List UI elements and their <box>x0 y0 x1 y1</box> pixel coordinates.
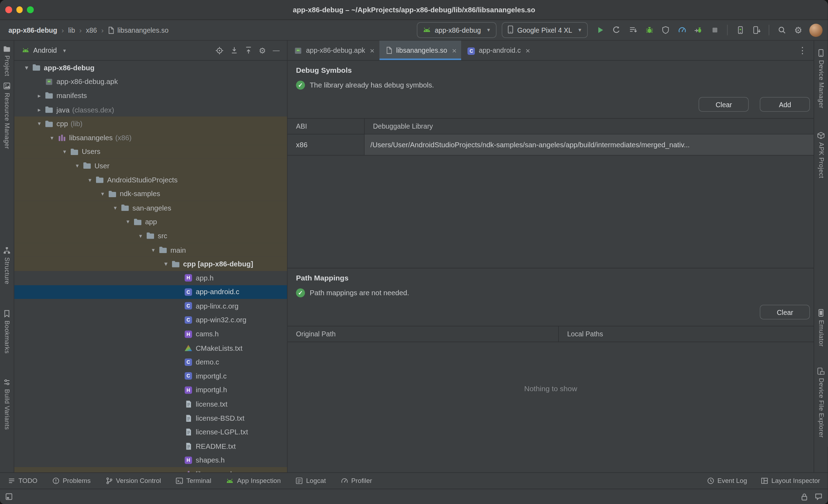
tool-window-button-emulator[interactable]: Emulator <box>817 309 825 346</box>
chevron-down-icon[interactable]: ▾ <box>124 218 132 225</box>
tree-item[interactable]: license-BSD.txt <box>14 411 287 425</box>
clear-button[interactable]: Clear <box>760 305 810 319</box>
status-item-event-log[interactable]: Event Log <box>707 477 747 485</box>
tool-window-button-apk-project[interactable]: APK Project <box>817 131 825 178</box>
zoom-button[interactable] <box>27 6 34 13</box>
status-item-version-control[interactable]: Version Control <box>106 477 161 485</box>
attach-debugger-icon[interactable] <box>692 23 706 37</box>
tool-window-button-device-manager[interactable]: Device Manager <box>817 49 825 109</box>
stop-icon[interactable] <box>708 23 722 37</box>
options-gear-icon[interactable]: ⚙ <box>259 46 266 54</box>
chevron-down-icon[interactable]: ▾ <box>99 190 107 198</box>
tree-item[interactable]: Cimportgl.c <box>14 369 287 383</box>
tree-item[interactable]: ▾Users <box>14 145 287 159</box>
tree-item[interactable]: Happ.h <box>14 271 287 285</box>
editor-tab-app-android-c[interactable]: Capp-android.c× <box>461 41 535 60</box>
tree-item[interactable]: Capp-linx.c.org <box>14 299 287 313</box>
chevron-down-icon[interactable]: ▾ <box>48 134 56 141</box>
add-button[interactable]: Add <box>760 97 810 112</box>
tree-item[interactable]: ▾san-angeles <box>14 201 287 215</box>
chevron-down-icon[interactable]: ▾ <box>23 64 31 71</box>
tree-item[interactable]: app-x86-debug.apk <box>14 75 287 89</box>
tree-item[interactable]: libsanangeles.so <box>14 467 287 472</box>
tool-window-button-project[interactable]: Project <box>3 46 11 76</box>
tree-item[interactable]: ▾ndk-samples <box>14 187 287 201</box>
tree-item[interactable]: ▾main <box>14 243 287 257</box>
tree-item[interactable]: ▸java(classes.dex) <box>14 103 287 117</box>
status-item-layout-inspector[interactable]: Layout Inspector <box>761 477 820 485</box>
status-item-logcat[interactable]: Logcat <box>295 477 326 485</box>
device-select[interactable]: Google Pixel 4 XL ▼ <box>502 22 588 38</box>
close-icon[interactable]: × <box>452 46 457 55</box>
tree-item[interactable]: Hshapes.h <box>14 453 287 467</box>
tool-window-button-bookmarks[interactable]: Bookmarks <box>3 310 11 354</box>
status-item-profiler[interactable]: Profiler <box>340 477 372 485</box>
tree-item[interactable]: ▾libsanangeles(x86) <box>14 131 287 145</box>
tree-item[interactable]: ▾AndroidStudioProjects <box>14 173 287 187</box>
tree-item[interactable]: Hcams.h <box>14 327 287 341</box>
apply-code-changes-icon[interactable] <box>626 23 641 37</box>
chevron-down-icon[interactable]: ▾ <box>36 120 44 127</box>
tree-item[interactable]: CMakeLists.txt <box>14 341 287 355</box>
tree-item[interactable]: ▾app <box>14 215 287 229</box>
tree-item[interactable]: ▸manifests <box>14 89 287 103</box>
tree-item[interactable]: license.txt <box>14 397 287 411</box>
breadcrumb-item[interactable]: app-x86-debug <box>8 26 57 34</box>
editor-tab-app-x86-debug-apk[interactable]: app-x86-debug.apk× <box>288 41 380 60</box>
breadcrumb-item[interactable]: lib <box>68 26 75 34</box>
avatar[interactable] <box>810 24 823 37</box>
tree-item[interactable]: ▾src <box>14 229 287 243</box>
collapse-all-icon[interactable] <box>244 46 252 54</box>
tree-item[interactable]: ▾cpp(lib) <box>14 117 287 131</box>
tool-window-button-build-variants[interactable]: Build Variants <box>3 379 11 430</box>
tree-item[interactable]: ▾cpp [app-x86-debug] <box>14 257 287 271</box>
tree-item[interactable]: Capp-win32.c.org <box>14 313 287 327</box>
breadcrumb-item[interactable]: x86 <box>86 26 97 34</box>
read-only-lock-icon[interactable] <box>801 493 808 501</box>
chevron-down-icon[interactable]: ▾ <box>162 260 170 267</box>
close-icon[interactable]: × <box>370 46 375 55</box>
close-icon[interactable]: × <box>526 46 530 55</box>
debug-icon[interactable] <box>642 23 657 37</box>
chevron-down-icon[interactable]: ▾ <box>86 176 94 183</box>
tool-window-button-device-file-explorer[interactable]: Device File Explorer <box>817 368 825 438</box>
table-row[interactable]: x86 /Users/User/AndroidStudioProjects/nd… <box>288 135 814 156</box>
chevron-down-icon[interactable]: ▾ <box>149 246 158 253</box>
chevron-down-icon[interactable]: ▾ <box>74 162 82 169</box>
chevron-right-icon[interactable]: ▸ <box>36 106 44 113</box>
device-manager-icon[interactable] <box>733 23 747 37</box>
locate-file-icon[interactable] <box>215 46 223 54</box>
tree-item[interactable]: Capp-android.c <box>14 285 287 299</box>
tree-item[interactable]: README.txt <box>14 439 287 453</box>
close-button[interactable] <box>5 6 12 13</box>
tool-window-stripe-toggle-icon[interactable] <box>5 493 13 500</box>
status-item-app-inspection[interactable]: App Inspection <box>226 477 281 485</box>
more-tabs-icon[interactable]: ⋮ <box>798 45 814 56</box>
settings-icon[interactable]: ⚙ <box>791 23 805 37</box>
apply-changes-icon[interactable] <box>610 23 624 37</box>
tree-item[interactable]: ▾User <box>14 159 287 173</box>
chevron-down-icon[interactable]: ▾ <box>137 232 145 239</box>
breadcrumb-item[interactable]: libsanangeles.so <box>108 26 168 34</box>
run-icon[interactable] <box>593 23 608 37</box>
notifications-icon[interactable] <box>815 493 823 500</box>
clear-button[interactable]: Clear <box>699 97 749 112</box>
profile-app-icon[interactable] <box>659 23 673 37</box>
run-configuration-select[interactable]: app-x86-debug ▼ <box>417 22 497 38</box>
chevron-down-icon[interactable]: ▾ <box>112 205 120 212</box>
tree-item[interactable]: license-LGPL.txt <box>14 425 287 439</box>
status-item-problems[interactable]: Problems <box>52 477 90 485</box>
expand-all-icon[interactable] <box>230 46 238 54</box>
tool-window-button-resource-manager[interactable]: Resource Manager <box>3 83 11 149</box>
chevron-down-icon[interactable]: ▾ <box>61 148 69 155</box>
tree-item[interactable]: Cdemo.c <box>14 355 287 369</box>
search-icon[interactable] <box>775 23 789 37</box>
status-item-todo[interactable]: TODO <box>8 477 38 485</box>
sdk-manager-icon[interactable] <box>750 23 764 37</box>
chevron-right-icon[interactable]: ▸ <box>36 92 44 99</box>
tree-item[interactable]: ▾app-x86-debug <box>14 61 287 75</box>
editor-tab-libsanangeles-so[interactable]: libsanangeles.so× <box>379 41 461 60</box>
minimize-button[interactable] <box>16 6 23 13</box>
tree-item[interactable]: Himportgl.h <box>14 383 287 397</box>
status-item-terminal[interactable]: Terminal <box>176 477 211 485</box>
